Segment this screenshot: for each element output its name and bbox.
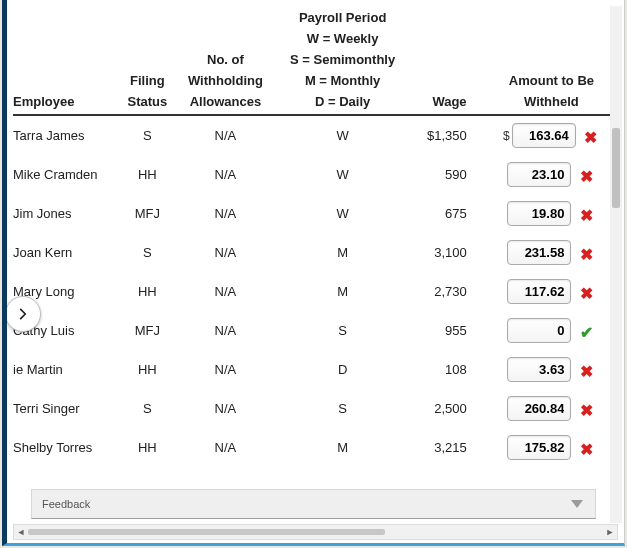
x-icon: ✖ [582, 128, 600, 147]
table-row: Cathy LuisMFJN/AS955✔ [13, 311, 614, 350]
header-withholding-1: No. of [176, 50, 275, 71]
scrollbar-thumb[interactable] [612, 128, 620, 208]
filing-status-cell: HH [119, 428, 176, 467]
scrollbar-thumb[interactable] [28, 529, 385, 535]
dollar-sign: $ [503, 129, 510, 143]
table-row: Joan KernSN/AM3,100✖ [13, 233, 614, 272]
allowances-cell: N/A [176, 350, 275, 389]
period-cell: S [275, 311, 410, 350]
allowances-cell: N/A [176, 115, 275, 155]
table-row: Tarra JamesSN/AW$1,350$✖ [13, 115, 614, 155]
header-withholding-2: Withholding [176, 71, 275, 92]
filing-status-cell: HH [119, 350, 176, 389]
x-icon: ✖ [577, 440, 595, 459]
amount-input[interactable] [507, 357, 571, 382]
x-icon: ✖ [577, 206, 595, 225]
header-withholding-3: Allowances [176, 92, 275, 116]
header-period-m: M = Monthly [275, 71, 410, 92]
amount-input[interactable] [507, 279, 571, 304]
allowances-cell: N/A [176, 155, 275, 194]
allowances-cell: N/A [176, 194, 275, 233]
employee-cell: Mike Cramden [13, 155, 119, 194]
wage-cell: 2,730 [410, 272, 489, 311]
chevron-right-icon [16, 307, 30, 321]
period-cell: W [275, 155, 410, 194]
filing-status-cell: HH [119, 155, 176, 194]
wage-cell: $1,350 [410, 115, 489, 155]
next-button[interactable] [5, 296, 41, 332]
x-icon: ✖ [577, 362, 595, 381]
wage-cell: 590 [410, 155, 489, 194]
filing-status-cell: S [119, 115, 176, 155]
scroll-right-arrow[interactable]: ► [603, 525, 617, 539]
amount-input[interactable] [507, 435, 571, 460]
employee-cell: Terri Singer [13, 389, 119, 428]
header-amount-2: Withheld [489, 92, 614, 116]
period-cell: M [275, 272, 410, 311]
period-cell: W [275, 115, 410, 155]
amount-input[interactable] [512, 123, 576, 148]
allowances-cell: N/A [176, 389, 275, 428]
header-period-s: S = Semimonthly [275, 50, 410, 71]
allowances-cell: N/A [176, 428, 275, 467]
amount-input[interactable] [507, 201, 571, 226]
x-icon: ✖ [577, 245, 595, 264]
period-cell: M [275, 233, 410, 272]
vertical-scrollbar[interactable] [610, 6, 622, 523]
x-icon: ✖ [577, 284, 595, 303]
filing-status-cell: MFJ [119, 194, 176, 233]
header-filing: Filing [119, 71, 176, 92]
horizontal-scrollbar[interactable]: ◄ ► [13, 524, 618, 540]
table-row: Mike CramdenHHN/AW590✖ [13, 155, 614, 194]
filing-status-cell: HH [119, 272, 176, 311]
amount-input[interactable] [507, 162, 571, 187]
amount-cell: ✖ [489, 233, 614, 272]
allowances-cell: N/A [176, 233, 275, 272]
amount-input[interactable] [507, 240, 571, 265]
header-period-title: Payroll Period [275, 8, 410, 29]
x-icon: ✖ [577, 401, 595, 420]
period-cell: S [275, 389, 410, 428]
payroll-table: Payroll Period W = Weekly No. of S [13, 8, 614, 467]
wage-cell: 3,100 [410, 233, 489, 272]
header-period-d: D = Daily [275, 92, 410, 116]
scroll-left-arrow[interactable]: ◄ [14, 525, 28, 539]
wage-cell: 108 [410, 350, 489, 389]
amount-cell: ✖ [489, 155, 614, 194]
wage-cell: 955 [410, 311, 489, 350]
header-wage: Wage [410, 92, 489, 116]
employee-cell: ie Martin [13, 350, 119, 389]
period-cell: W [275, 194, 410, 233]
amount-input[interactable] [507, 318, 571, 343]
filing-status-cell: S [119, 389, 176, 428]
table-row: ie MartinHHN/AD108✖ [13, 350, 614, 389]
header-amount-1: Amount to Be [489, 71, 614, 92]
amount-cell: ✖ [489, 389, 614, 428]
period-cell: M [275, 428, 410, 467]
amount-cell: $✖ [489, 115, 614, 155]
feedback-label: Feedback [42, 498, 90, 510]
check-icon: ✔ [577, 323, 595, 342]
amount-cell: ✖ [489, 272, 614, 311]
wage-cell: 675 [410, 194, 489, 233]
period-cell: D [275, 350, 410, 389]
wage-cell: 3,215 [410, 428, 489, 467]
amount-cell: ✖ [489, 428, 614, 467]
filing-status-cell: S [119, 233, 176, 272]
amount-cell: ✖ [489, 194, 614, 233]
allowances-cell: N/A [176, 311, 275, 350]
amount-input[interactable] [507, 396, 571, 421]
header-period-w: W = Weekly [275, 29, 410, 50]
employee-cell: Shelby Torres [13, 428, 119, 467]
employee-cell: Joan Kern [13, 233, 119, 272]
amount-cell: ✔ [489, 311, 614, 350]
wage-cell: 2,500 [410, 389, 489, 428]
table-row: Mary LongHHN/AM2,730✖ [13, 272, 614, 311]
chevron-down-icon [571, 500, 583, 508]
employee-cell: Tarra James [13, 115, 119, 155]
feedback-panel[interactable]: Feedback [31, 489, 596, 519]
table-row: Jim JonesMFJN/AW675✖ [13, 194, 614, 233]
filing-status-cell: MFJ [119, 311, 176, 350]
employee-cell: Jim Jones [13, 194, 119, 233]
x-icon: ✖ [577, 167, 595, 186]
